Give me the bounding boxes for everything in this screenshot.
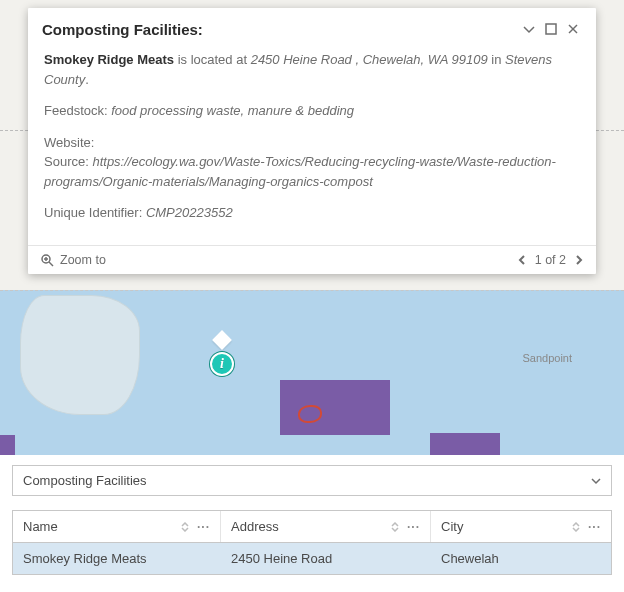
column-header-address[interactable]: Address ··· <box>221 511 431 542</box>
popup-source-block: Website: Source: https://ecology.wa.gov/… <box>44 133 580 192</box>
feature-popup: Composting Facilities: Smokey Ridge Meat… <box>28 8 596 274</box>
attribute-table-section: Name ··· Address ··· City ··· Smokey Rid… <box>0 496 624 575</box>
column-header-name[interactable]: Name ··· <box>13 511 221 542</box>
cell-name: Smokey Ridge Meats <box>13 543 221 574</box>
pager-prev-button[interactable] <box>517 255 527 265</box>
column-menu-button[interactable]: ··· <box>407 520 420 534</box>
popup-footer: Zoom to 1 of 2 <box>28 245 596 274</box>
map-polygon <box>0 435 15 455</box>
info-icon: i <box>220 357 224 371</box>
map-polygon <box>430 433 500 455</box>
close-button[interactable] <box>562 18 584 40</box>
pager-next-button[interactable] <box>574 255 584 265</box>
chevron-left-icon <box>517 255 527 265</box>
map-polygon <box>280 380 390 435</box>
popup-header: Composting Facilities: <box>28 8 596 48</box>
cell-city: Chewelah <box>431 543 611 574</box>
popup-feedstock-line: Feedstock: food processing waste, manure… <box>44 101 580 121</box>
column-menu-button[interactable]: ··· <box>197 520 210 534</box>
chevron-right-icon <box>574 255 584 265</box>
sort-icon[interactable] <box>391 522 399 532</box>
column-menu-button[interactable]: ··· <box>588 520 601 534</box>
sort-icon[interactable] <box>572 522 580 532</box>
column-header-city[interactable]: City ··· <box>431 511 611 542</box>
collapse-button[interactable] <box>518 18 540 40</box>
facility-name: Smokey Ridge Meats <box>44 52 174 67</box>
source-url: https://ecology.wa.gov/Waste-Toxics/Redu… <box>44 154 556 189</box>
svg-line-4 <box>49 262 53 266</box>
cell-address: 2450 Heine Road <box>221 543 431 574</box>
popup-uid-line: Unique Identifier: CMP20223552 <box>44 203 580 223</box>
sort-icon[interactable] <box>181 522 189 532</box>
city-label: Sandpoint <box>522 352 572 364</box>
map-outline-shape <box>298 405 322 423</box>
popup-location-line: Smokey Ridge Meats is located at 2450 He… <box>44 50 580 89</box>
facility-address: 2450 Heine Road , Chewelah, WA 99109 <box>251 52 488 67</box>
layer-select-value: Composting Facilities <box>23 473 147 488</box>
feature-pager: 1 of 2 <box>517 253 584 267</box>
uid-value: CMP20223552 <box>146 205 233 220</box>
feedstock-value: food processing waste, manure & bedding <box>111 103 354 118</box>
popup-body: Smokey Ridge Meats is located at 2450 He… <box>28 48 596 245</box>
zoom-to-button[interactable]: Zoom to <box>40 253 517 267</box>
zoom-icon <box>40 253 54 267</box>
layer-dropdown-section: Composting Facilities <box>0 455 624 496</box>
pager-text: 1 of 2 <box>535 253 566 267</box>
table-row[interactable]: Smokey Ridge Meats 2450 Heine Road Chewe… <box>13 543 611 574</box>
chevron-down-icon <box>591 476 601 486</box>
map-border <box>0 290 624 291</box>
dock-button[interactable] <box>540 18 562 40</box>
map-canvas[interactable]: Sandpoint i Composting Facilities: Smoke… <box>0 0 624 455</box>
dock-icon <box>544 22 558 36</box>
close-icon <box>566 22 580 36</box>
attribute-table: Name ··· Address ··· City ··· Smokey Rid… <box>12 510 612 575</box>
map-marker[interactable]: i <box>210 352 234 376</box>
table-header-row: Name ··· Address ··· City ··· <box>13 511 611 543</box>
layer-select[interactable]: Composting Facilities <box>12 465 612 496</box>
map-land-outline <box>20 295 140 415</box>
chevron-down-icon <box>522 22 536 36</box>
website-label: Website: <box>44 135 94 150</box>
zoom-to-label: Zoom to <box>60 253 106 267</box>
svg-rect-0 <box>546 24 556 34</box>
table-body: Smokey Ridge Meats 2450 Heine Road Chewe… <box>13 543 611 574</box>
popup-title: Composting Facilities: <box>42 21 518 38</box>
